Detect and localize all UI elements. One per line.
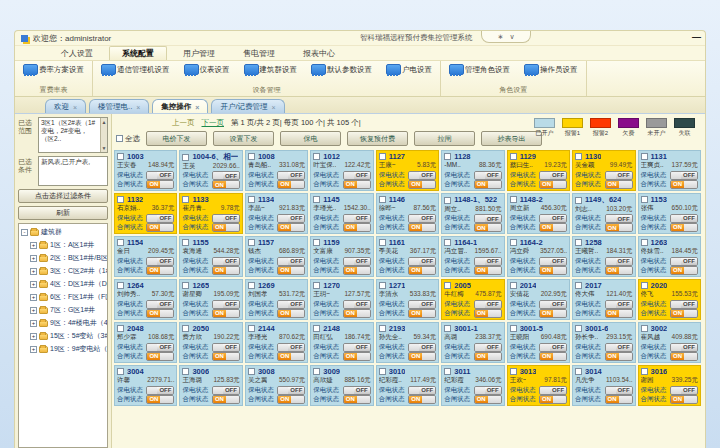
hezha-toggle[interactable]: ON — [212, 266, 240, 275]
baodian-toggle[interactable]: OFF — [212, 214, 240, 223]
baodian-toggle[interactable]: OFF — [539, 386, 567, 395]
card-checkbox[interactable] — [510, 239, 517, 246]
hezha-toggle[interactable]: ON — [343, 180, 371, 189]
hezha-toggle[interactable]: ON — [343, 309, 371, 318]
tree-item-9[interactable]: +19区：9#变电站（2# — [21, 344, 105, 354]
card-checkbox[interactable] — [117, 282, 124, 289]
baodian-toggle[interactable]: OFF — [146, 214, 174, 223]
hezha-toggle[interactable]: ON — [212, 309, 240, 318]
baodian-toggle[interactable]: OFF — [474, 343, 502, 352]
hezha-toggle[interactable]: ON — [146, 352, 174, 361]
card-checkbox[interactable] — [117, 325, 124, 332]
hezha-toggle[interactable]: ON — [146, 180, 174, 189]
expand-icon[interactable]: + — [30, 268, 37, 275]
ribbon-button[interactable]: 建筑群设置 — [242, 63, 300, 77]
card-checkbox[interactable] — [379, 368, 386, 375]
card-checkbox[interactable] — [641, 368, 648, 375]
card-checkbox[interactable] — [182, 154, 189, 161]
hezha-toggle[interactable]: ON — [343, 223, 371, 232]
expand-icon[interactable]: + — [30, 281, 37, 288]
card-checkbox[interactable] — [248, 239, 255, 246]
baodian-toggle[interactable]: OFF — [146, 257, 174, 266]
baodian-toggle[interactable]: OFF — [277, 386, 305, 395]
hezha-toggle[interactable]: ON — [670, 266, 698, 275]
tree-item-3[interactable]: +3区：C区2#井（1#变 — [21, 266, 105, 276]
hezha-toggle[interactable]: ON — [670, 180, 698, 189]
ribbon-button[interactable]: 户电设置 — [384, 63, 434, 77]
card-checkbox[interactable] — [641, 282, 648, 289]
tree-item-2[interactable]: +2区：B区1#井/B区1# — [21, 253, 105, 263]
card-checkbox[interactable] — [248, 153, 255, 160]
card-checkbox[interactable] — [117, 239, 124, 246]
hezha-toggle[interactable]: ON — [212, 352, 240, 361]
hezha-toggle[interactable]: ON — [146, 223, 174, 232]
baodian-toggle[interactable]: OFF — [343, 300, 371, 309]
hezha-toggle[interactable]: ON — [605, 309, 633, 318]
baodian-toggle[interactable]: OFF — [146, 386, 174, 395]
prev-page-link[interactable]: 上一页 — [172, 118, 195, 128]
listbox-scrollbar[interactable]: ▲▼ — [100, 118, 107, 152]
baodian-toggle[interactable]: OFF — [343, 214, 371, 223]
baodian-toggle[interactable]: OFF — [605, 171, 633, 180]
card-checkbox[interactable] — [313, 196, 320, 203]
card-checkbox[interactable] — [117, 196, 124, 203]
baodian-toggle[interactable]: OFF — [605, 214, 633, 223]
baodian-toggle[interactable]: OFF — [408, 300, 436, 309]
baodian-toggle[interactable]: OFF — [212, 257, 240, 266]
baodian-toggle[interactable]: OFF — [343, 386, 371, 395]
baodian-toggle[interactable]: OFF — [474, 386, 502, 395]
tab-3[interactable]: 集控操作× — [152, 99, 208, 113]
hezha-toggle[interactable]: ON — [539, 395, 567, 404]
hezha-toggle[interactable]: ON — [408, 266, 436, 275]
card-checkbox[interactable] — [117, 153, 124, 160]
baodian-toggle[interactable]: OFF — [474, 171, 502, 180]
card-checkbox[interactable] — [510, 325, 517, 332]
baodian-toggle[interactable]: OFF — [408, 171, 436, 180]
ribbon-button[interactable]: 默认参数设置 — [309, 63, 374, 77]
baodian-toggle[interactable]: OFF — [146, 171, 174, 180]
card-checkbox[interactable] — [313, 325, 320, 332]
next-page-link[interactable]: 下一页 — [202, 118, 225, 128]
card-checkbox[interactable] — [575, 282, 582, 289]
ribbon-button[interactable]: 通信管理机设置 — [99, 63, 172, 77]
baodian-toggle[interactable]: OFF — [212, 343, 240, 352]
card-checkbox[interactable] — [313, 282, 320, 289]
expand-icon[interactable]: + — [30, 333, 37, 340]
card-checkbox[interactable] — [641, 239, 648, 246]
hezha-toggle[interactable]: ON — [343, 395, 371, 404]
toolbar-button-4[interactable]: 恢复预付费 — [347, 131, 408, 146]
hezha-toggle[interactable]: ON — [474, 352, 502, 361]
tree-item-1[interactable]: +1区：A区1#井 — [21, 240, 105, 250]
baodian-toggle[interactable]: OFF — [539, 257, 567, 266]
card-checkbox[interactable] — [444, 325, 451, 332]
hezha-toggle[interactable]: ON — [605, 352, 633, 361]
card-checkbox[interactable] — [444, 282, 451, 289]
card-checkbox[interactable] — [248, 325, 255, 332]
card-checkbox[interactable] — [182, 368, 189, 375]
card-checkbox[interactable] — [444, 368, 451, 375]
baodian-toggle[interactable]: OFF — [212, 171, 240, 180]
hezha-toggle[interactable]: ON — [670, 352, 698, 361]
card-checkbox[interactable] — [641, 325, 648, 332]
card-checkbox[interactable] — [444, 239, 451, 246]
hezha-toggle[interactable]: ON — [474, 180, 502, 189]
baodian-toggle[interactable]: OFF — [408, 343, 436, 352]
menu-item-1[interactable]: 个人设置 — [49, 47, 105, 60]
baodian-toggle[interactable]: OFF — [277, 300, 305, 309]
toolbar-button-1[interactable]: 电价下发 — [146, 131, 207, 146]
expand-icon[interactable]: + — [30, 320, 37, 327]
hezha-toggle[interactable]: ON — [605, 223, 633, 232]
hezha-toggle[interactable]: ON — [212, 180, 240, 189]
tab-4[interactable]: 开户/记费管理× — [211, 99, 284, 113]
card-checkbox[interactable] — [641, 196, 648, 203]
hezha-toggle[interactable]: ON — [474, 395, 502, 404]
baodian-toggle[interactable]: OFF — [408, 257, 436, 266]
ribbon-button[interactable]: 管理角色设置 — [447, 63, 512, 77]
hezha-toggle[interactable]: ON — [277, 266, 305, 275]
ribbon-button[interactable]: 操作员设置 — [522, 63, 580, 77]
baodian-toggle[interactable]: OFF — [277, 214, 305, 223]
baodian-toggle[interactable]: OFF — [474, 214, 502, 223]
hezha-toggle[interactable]: ON — [474, 266, 502, 275]
baodian-toggle[interactable]: OFF — [277, 343, 305, 352]
card-checkbox[interactable] — [313, 153, 320, 160]
